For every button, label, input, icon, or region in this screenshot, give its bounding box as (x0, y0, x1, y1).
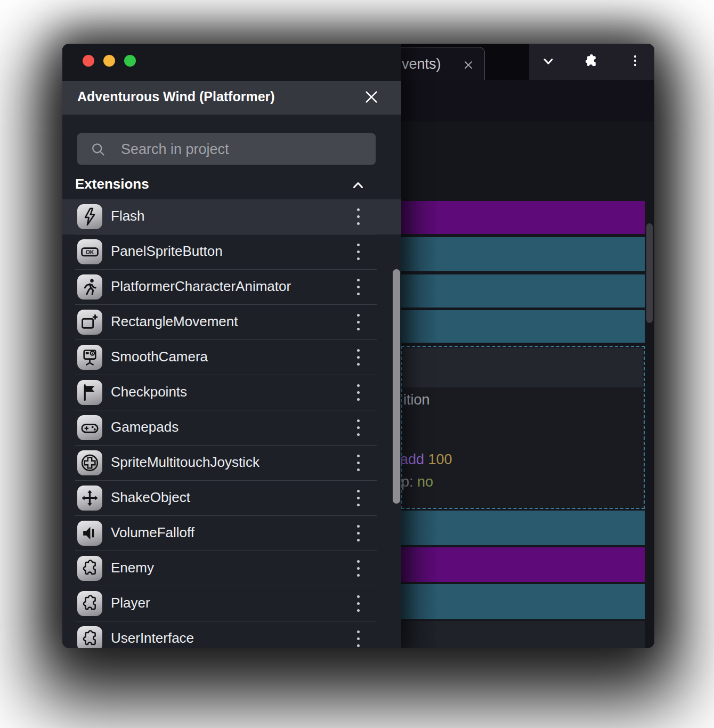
extension-menu-button[interactable] (352, 312, 364, 333)
search-box[interactable] (77, 133, 376, 165)
events-scrollbar[interactable] (646, 223, 653, 323)
extension-menu-button[interactable] (352, 277, 364, 298)
extension-label: PanelSpriteButton (111, 243, 223, 260)
puzzle-icon (77, 591, 102, 616)
extension-menu-button[interactable] (352, 382, 364, 403)
event-block-teal[interactable] (401, 511, 645, 545)
tab-close-icon[interactable] (461, 58, 475, 72)
extension-menu-button[interactable] (352, 241, 364, 263)
extension-menu-button[interactable] (352, 523, 364, 544)
traffic-light-minimize[interactable] (103, 55, 115, 67)
event-block-dark[interactable] (401, 621, 645, 648)
events-column: itionadd 100p: no (401, 122, 645, 648)
event-block-teal[interactable] (401, 237, 645, 271)
extension-list-item[interactable]: PlatformerCharacterAnimator (62, 270, 401, 305)
event-block-purple[interactable] (401, 547, 645, 582)
event-condition-strip[interactable] (403, 348, 643, 387)
extensions-list: Flash PanelSpriteButton PlatformerCharac… (62, 199, 401, 648)
extension-list-item[interactable]: RectangleMovement (62, 305, 401, 340)
titlebar (62, 44, 401, 81)
extension-list-item[interactable]: Checkpoints (62, 375, 401, 410)
camera-icon (77, 345, 102, 370)
extension-label: PlatformerCharacterAnimator (111, 278, 291, 295)
extension-list-item[interactable]: UserInterface (62, 621, 401, 648)
extension-label: UserInterface (111, 630, 194, 646)
extension-list-item[interactable]: Flash (62, 199, 401, 234)
panel-scrollbar[interactable] (393, 269, 400, 504)
traffic-light-zoom[interactable] (124, 55, 136, 67)
joystick-icon (77, 450, 102, 475)
kebab-menu-icon[interactable] (628, 54, 642, 68)
extensions-section-header[interactable]: Extensions (62, 172, 401, 199)
puzzle-icon[interactable] (582, 53, 599, 70)
extension-label: Player (111, 595, 150, 611)
section-label: Extensions (75, 176, 149, 192)
extension-menu-button[interactable] (352, 558, 364, 579)
speaker-icon (77, 521, 102, 546)
extension-list-item[interactable]: SpriteMultitouchJoystick (62, 446, 401, 481)
event-block-purple[interactable] (401, 201, 645, 234)
extension-menu-button[interactable] (352, 452, 364, 474)
x-icon[interactable] (363, 88, 380, 106)
project-manager-panel: Adventurous Wind (Platformer) Extensions… (62, 44, 401, 648)
extension-label: RectangleMovement (111, 313, 238, 330)
search-input[interactable] (120, 133, 356, 166)
extension-list-item[interactable]: ShakeObject (62, 481, 401, 516)
extension-list-item[interactable]: SmoothCamera (62, 340, 401, 375)
extension-label: VolumeFalloff (111, 524, 194, 541)
condition-text: ition (403, 392, 430, 408)
chevron-up-icon[interactable] (351, 178, 366, 193)
extension-menu-button[interactable] (352, 417, 364, 439)
extension-label: Flash (111, 208, 145, 224)
extension-label: Checkpoints (111, 384, 187, 400)
extension-label: Gamepads (111, 419, 178, 435)
extension-label: SpriteMultitouchJoystick (111, 454, 259, 471)
event-block-teal[interactable] (401, 584, 645, 619)
traffic-light-close[interactable] (83, 55, 94, 67)
rectangle-plus-icon (77, 310, 102, 335)
chevron-down-icon[interactable] (541, 54, 556, 69)
puzzle-icon (77, 556, 102, 581)
extension-menu-button[interactable] (352, 628, 364, 648)
extension-menu-button[interactable] (352, 206, 364, 228)
app-window: vents) iti (62, 44, 654, 648)
gamepad-icon (77, 415, 102, 440)
extension-list-item[interactable]: PanelSpriteButton (62, 234, 401, 270)
event-block-teal[interactable] (401, 310, 645, 343)
search-icon (90, 141, 106, 157)
flag-icon (77, 380, 102, 405)
extension-menu-button[interactable] (352, 488, 364, 509)
extension-menu-button[interactable] (352, 347, 364, 368)
move-arrows-icon (77, 486, 102, 511)
extension-menu-button[interactable] (352, 593, 364, 614)
extension-label: Enemy (111, 560, 154, 576)
extension-label: ShakeObject (111, 489, 190, 506)
extension-list-item[interactable]: Gamepads (62, 410, 401, 446)
tab-label: vents) (402, 56, 441, 72)
ok-button-icon (77, 239, 102, 264)
project-title: Adventurous Wind (Platformer) (77, 89, 275, 104)
selected-event-block[interactable]: itionadd 100p: no (401, 346, 645, 509)
action-text: add 100 (400, 451, 452, 468)
extension-list-item[interactable]: Player (62, 586, 401, 621)
panel-header: Adventurous Wind (Platformer) (62, 81, 401, 115)
event-block-teal[interactable] (401, 274, 645, 308)
extension-list-item[interactable]: Enemy (62, 551, 401, 586)
window-controls-strip (529, 44, 654, 80)
extension-label: SmoothCamera (111, 349, 208, 365)
runner-icon (77, 274, 102, 300)
parameter-text: p: no (401, 474, 433, 490)
screenshot-stage: vents) iti (0, 0, 714, 728)
flash-icon (77, 204, 102, 229)
extension-list-item[interactable]: VolumeFalloff (62, 516, 401, 551)
puzzle-icon (77, 626, 102, 648)
